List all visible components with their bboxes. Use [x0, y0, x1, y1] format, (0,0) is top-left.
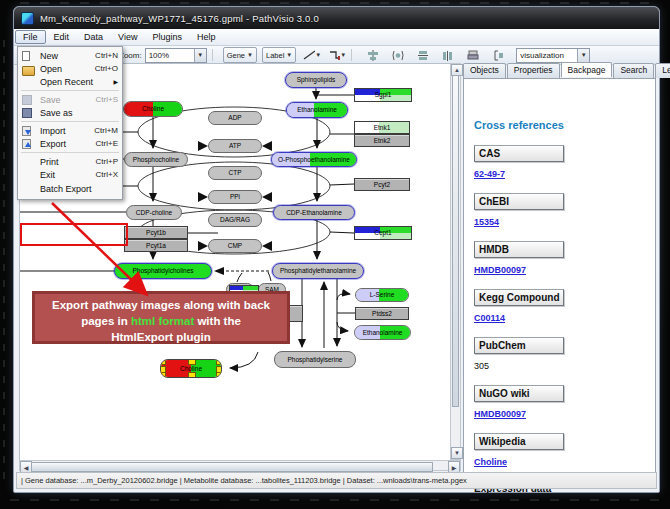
line-tool-button[interactable]: ▼ — [303, 48, 321, 62]
menu-item-exit[interactable]: ExitCtrl+X — [18, 168, 122, 181]
side-panel: Objects Properties Backpage Search Legen… — [463, 63, 656, 473]
canvas-horizontal-scrollbar[interactable]: ◀ ▶ — [19, 460, 461, 471]
label-tool-button[interactable]: Label▼ — [262, 47, 296, 63]
pathway-node[interactable]: DAG/RAG — [208, 213, 262, 227]
pathway-node[interactable]: Phosphocholine — [124, 152, 188, 167]
section-header-nugo: NuGO wiki — [474, 385, 564, 402]
frame-texture-bottom — [10, 499, 660, 501]
pathway-node[interactable]: Sphingolipids — [285, 72, 347, 88]
menu-edit[interactable]: Edit — [47, 31, 77, 43]
menu-separator — [21, 90, 119, 91]
align-center-button[interactable] — [364, 48, 382, 62]
pathway-node[interactable]: ADP — [208, 111, 262, 125]
chevron-down-icon[interactable]: ▼ — [247, 52, 253, 58]
pathway-node[interactable]: Phosphatidylethanolamine — [272, 263, 364, 279]
title-bar[interactable]: Mm_Kennedy_pathway_WP1771_45176.gpml - P… — [14, 7, 659, 29]
stack-horizontal-button[interactable] — [439, 48, 457, 62]
selection-handle[interactable] — [188, 372, 196, 378]
pathway-node[interactable]: Etnk1 — [354, 121, 410, 134]
pathway-node[interactable]: Choline — [160, 359, 222, 378]
gene-tool-button[interactable]: Gene▼ — [223, 47, 257, 63]
menu-data[interactable]: Data — [77, 31, 110, 43]
tab-legend[interactable]: Legend — [655, 63, 670, 78]
xref-link[interactable]: HMDB00097 — [474, 265, 655, 275]
save-icon — [22, 95, 32, 105]
stack-vertical-button[interactable] — [414, 48, 432, 62]
save-as-icon — [22, 108, 32, 118]
new-file-icon — [22, 51, 30, 61]
pathway-node[interactable]: CDP-choline — [126, 205, 182, 220]
pathway-node[interactable]: Cept1 — [354, 226, 412, 240]
menu-view[interactable]: View — [111, 31, 144, 43]
xref-link[interactable]: 62-49-7 — [474, 169, 655, 179]
tab-search[interactable]: Search — [613, 63, 654, 78]
canvas-vertical-scrollbar[interactable]: ▲ ▼ — [450, 63, 461, 460]
pathway-node[interactable]: PPi — [208, 190, 262, 204]
pathway-node[interactable]: ATP — [208, 139, 262, 153]
section-header-wikipedia: Wikipedia — [474, 433, 564, 450]
tab-objects[interactable]: Objects — [463, 63, 506, 78]
pathway-node[interactable]: Pcyt1b — [124, 226, 188, 239]
distribute-icon — [391, 49, 405, 62]
xref-link[interactable]: C00114 — [474, 313, 655, 323]
selection-handle[interactable] — [188, 359, 196, 365]
backpage-section: ChEBI 15354 — [474, 193, 655, 227]
pathway-node[interactable]: CTP — [208, 166, 262, 180]
print-preview-button[interactable] — [464, 48, 482, 62]
pathway-node[interactable]: Sgpl1 — [354, 88, 412, 102]
side-panel-tabs: Objects Properties Backpage Search Legen… — [463, 63, 656, 78]
xref-link[interactable]: HMDB00097 — [474, 409, 655, 419]
pathway-node[interactable]: Etnk2 — [354, 134, 410, 147]
pathway-node[interactable]: O-Phosphoethanolamine — [271, 152, 357, 167]
menu-item-batch-export[interactable]: Batch Export — [18, 181, 122, 197]
xref-link[interactable]: 15354 — [474, 217, 655, 227]
pathway-node[interactable]: Phosphatidylcholines — [114, 263, 212, 279]
pathway-node[interactable]: L-Serine — [355, 288, 409, 302]
distribute-button[interactable] — [389, 48, 407, 62]
section-header-kegg: Kegg Compound — [474, 289, 564, 306]
pathway-node-label: Ethanolamine — [287, 103, 347, 117]
pathway-node-label: Ptdss2 — [356, 308, 408, 319]
menu-separator — [21, 152, 119, 153]
visualization-caret-icon[interactable]: ▼ — [577, 49, 589, 62]
pathway-node[interactable]: Ethanolamine — [354, 325, 411, 340]
menu-item-print[interactable]: PrintCtrl+P — [18, 155, 122, 168]
pathvisio-window: Mm_Kennedy_pathway_WP1771_45176.gpml - P… — [13, 6, 660, 493]
tab-backpage[interactable]: Backpage — [561, 62, 613, 77]
menu-item-save: SaveCtrl+S — [18, 93, 122, 106]
pathway-node[interactable]: Ethanolamine — [286, 102, 348, 118]
menu-help[interactable]: Help — [190, 31, 223, 43]
menu-item-export[interactable]: ExportCtrl+E — [18, 137, 122, 150]
backpage-panel[interactable]: Cross references CAS 62-49-7 ChEBI 15354… — [463, 78, 656, 473]
visualization-value: visualization — [517, 51, 567, 60]
pathway-node[interactable]: Pcyt2 — [354, 178, 410, 191]
scrollbar-thumb[interactable] — [31, 462, 433, 472]
pathvisio-icon — [21, 12, 34, 25]
scrollbar-thumb[interactable] — [452, 75, 459, 407]
chevron-down-icon[interactable]: ▼ — [286, 52, 292, 58]
scroll-down-icon[interactable]: ▼ — [451, 447, 463, 459]
pathway-node[interactable]: CMP — [208, 239, 262, 253]
connector-tool-button[interactable]: ▼ — [328, 48, 346, 62]
layout-button[interactable] — [489, 48, 507, 62]
menu-item-save-as[interactable]: Save as — [18, 106, 122, 119]
menu-item-open-recent[interactable]: Open Recent▶ — [18, 75, 122, 88]
pathway-node-label: Etnk2 — [355, 135, 409, 146]
zoom-caret-icon[interactable]: ▼ — [194, 49, 206, 62]
pathway-node[interactable]: Pcyt1a — [124, 239, 188, 252]
pathway-node[interactable]: Phosphatidylserine — [274, 351, 356, 368]
xref-link[interactable]: Choline — [474, 457, 655, 467]
pathway-node[interactable]: Ptdss2 — [355, 307, 409, 320]
pathway-node[interactable]: Choline — [123, 101, 183, 117]
menu-item-new[interactable]: NewCtrl+N — [18, 49, 122, 62]
toolbar-separator — [212, 49, 213, 61]
zoom-combobox[interactable]: 100% ▼ — [145, 48, 207, 63]
pathway-node[interactable]: CDP-Ethanolamine — [273, 205, 355, 220]
menu-item-import[interactable]: ImportCtrl+M — [18, 124, 122, 137]
menu-item-open[interactable]: OpenCtrl+O — [18, 62, 122, 75]
menu-plugins[interactable]: Plugins — [145, 31, 189, 43]
visualization-combobox[interactable]: visualization ▼ — [516, 48, 590, 63]
cross-references-header: Cross references — [474, 119, 655, 131]
menu-file[interactable]: File — [15, 30, 46, 44]
tab-properties[interactable]: Properties — [507, 63, 560, 78]
